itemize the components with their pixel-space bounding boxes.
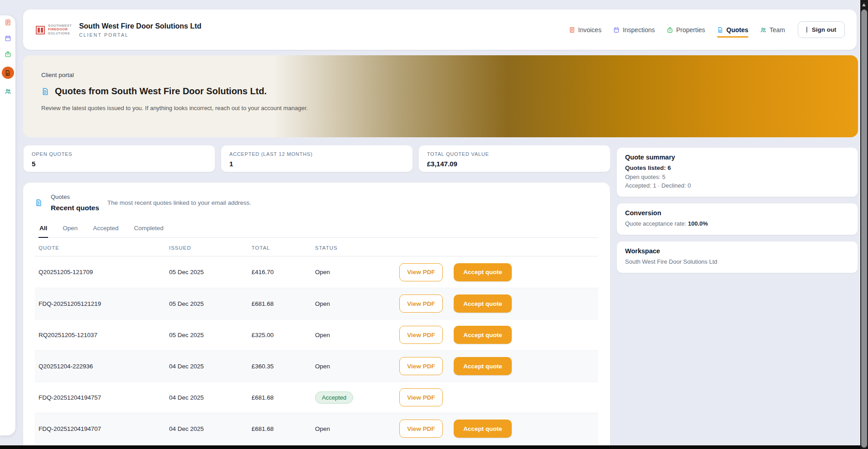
briefcase-icon[interactable] [5,51,11,58]
quotes-table-body: Q20251205-121709 05 Dec 2025 £416.70 Ope… [35,256,598,444]
panel-description: The most recent quotes linked to your em… [107,199,251,206]
quote-total: £416.70 [252,269,315,275]
view-pdf-button[interactable]: View PDF [399,263,443,281]
tab-open[interactable]: Open [62,221,78,237]
quotes-panel: Quotes Recent quotes The most recent quo… [23,183,610,449]
quote-total: £681.68 [252,300,315,307]
quote-status: Open [315,363,399,370]
door-logo-icon [35,24,46,35]
stat-value: 5 [32,160,207,168]
view-pdf-button[interactable]: View PDF [399,326,443,344]
accept-quote-button[interactable]: Accept quote [454,357,512,375]
quote-status: Open [315,332,399,338]
quotes-active-icon[interactable] [2,67,14,79]
nav-invoices[interactable]: Invoices [569,26,601,34]
page-title: Quotes from South West Fire Door Solutio… [55,86,267,97]
quote-total: £360.35 [252,363,315,370]
quote-id: FDQ-20251205121219 [39,300,169,307]
quote-id: Q20251205-121709 [39,269,169,275]
nav-team[interactable]: Team [760,26,785,34]
accept-quote-button[interactable]: Accept quote [454,420,512,438]
column-header-status: STATUS [315,245,399,251]
quote-issued-date: 04 Dec 2025 [169,394,252,401]
table-row: FDQ-20251204194707 04 Dec 2025 £681.68 O… [35,413,598,444]
quotes-tabs: AllOpenAcceptedCompleted [35,221,598,238]
nav-label: Inspections [623,26,655,34]
view-pdf-button[interactable]: View PDF [399,420,443,438]
acceptance-rate-line: Quote acceptance rate: 100.0% [625,220,849,227]
top-nav: Invoices Inspections Properties Quotes T… [569,26,785,34]
stat-label: OPEN QUOTES [32,151,207,157]
view-pdf-button[interactable]: View PDF [399,295,443,313]
table-row: RQ20251205-121037 05 Dec 2025 £325.00 Op… [35,319,598,350]
quote-status: Open [315,300,399,307]
quote-id: FDQ-20251204194707 [39,425,169,432]
briefcase-icon [667,27,673,33]
row-actions: View PDF Accept quote [399,295,595,313]
tab-all[interactable]: All [39,221,48,238]
nav-quotes[interactable]: Quotes [717,26,748,34]
scrollbar-thumb[interactable] [861,10,867,448]
quote-status: Open [315,425,399,432]
quote-document-icon [41,87,49,96]
stat-label: ACCEPTED (LAST 12 MONTHS) [229,151,404,157]
quote-id: Q20251204-222936 [39,363,169,370]
acceptance-rate-value: 100.0% [688,220,708,227]
stats-row: OPEN QUOTES 5 ACCEPTED (LAST 12 MONTHS) … [23,145,611,172]
table-row: Q20251204-222936 04 Dec 2025 £360.35 Ope… [35,350,598,381]
vertical-scrollbar[interactable] [860,0,868,449]
accept-quote-button[interactable]: Accept quote [454,263,512,281]
quote-id: FDQ-20251204194757 [39,394,169,401]
view-pdf-button[interactable]: View PDF [399,357,443,375]
nav-inspections[interactable]: Inspections [613,26,655,34]
sign-out-label: Sign out [812,26,836,33]
calendar-icon[interactable] [5,35,11,42]
calendar-icon [613,27,620,33]
conversion-card: Conversion Quote acceptance rate: 100.0% [616,203,858,235]
scroll-up-arrow-icon[interactable] [862,3,866,6]
header-card: SOUTHWEST FIREDOOR SOLUTIONS South West … [23,10,857,50]
tab-accepted[interactable]: Accepted [92,221,119,237]
hero-eyebrow: Client portal [41,72,858,78]
quote-status: Open [315,269,399,275]
card-title: Workspace [625,247,849,255]
team-icon[interactable] [5,88,11,95]
column-header-issued: ISSUED [169,245,252,251]
quote-total: £681.68 [252,425,315,432]
quote-summary-card: Quote summary Quotes listed: 6 Open quot… [616,147,858,197]
accept-quote-button[interactable]: Accept quote [454,326,512,344]
nav-label: Quotes [727,26,748,34]
nav-label: Properties [676,26,705,34]
row-actions: View PDF [399,388,595,406]
quote-id: RQ20251205-121037 [39,332,169,338]
panel-eyebrow: Quotes [51,193,99,200]
accept-quote-button[interactable]: Accept quote [454,295,512,313]
window-bottom-edge [0,445,860,449]
quotes-listed: Quotes listed: 6 [625,164,849,171]
stat-value: 1 [229,160,404,168]
stat-value: £3,147.09 [427,160,602,168]
row-actions: View PDF Accept quote [399,263,595,281]
tab-completed[interactable]: Completed [133,221,165,237]
table-row: FDQ-20251204194757 04 Dec 2025 £681.68 A… [35,381,598,413]
row-actions: View PDF Accept quote [399,420,595,438]
sign-out-button[interactable]: Sign out [798,21,845,38]
panel-title: Recent quotes [51,204,99,212]
acceptance-rate-label: Quote acceptance rate: [625,220,688,227]
workspace-card: Workspace South West Fire Door Solutions… [616,241,858,273]
card-title: Quote summary [625,154,849,161]
company-name: South West Fire Door Solutions Ltd [79,22,201,30]
stat-label: TOTAL QUOTED VALUE [427,151,602,157]
nav-properties[interactable]: Properties [667,26,705,34]
view-pdf-button[interactable]: View PDF [399,388,443,406]
open-quotes-line: Open quotes: 5 [625,174,849,180]
quote-issued-date: 05 Dec 2025 [169,300,252,307]
column-header-total: TOTAL [252,245,315,251]
quote-issued-date: 04 Dec 2025 [169,363,252,370]
company-logo: SOUTHWEST FIREDOOR SOLUTIONS [35,24,72,36]
hero-description: Review the latest quotes issued to you. … [41,105,858,111]
hero-banner: Client portal Quotes from South West Fir… [23,55,858,137]
invoices-icon[interactable] [5,19,11,26]
stat-accepted: ACCEPTED (LAST 12 MONTHS) 1 [221,145,413,172]
quote-total: £325.00 [252,332,315,338]
